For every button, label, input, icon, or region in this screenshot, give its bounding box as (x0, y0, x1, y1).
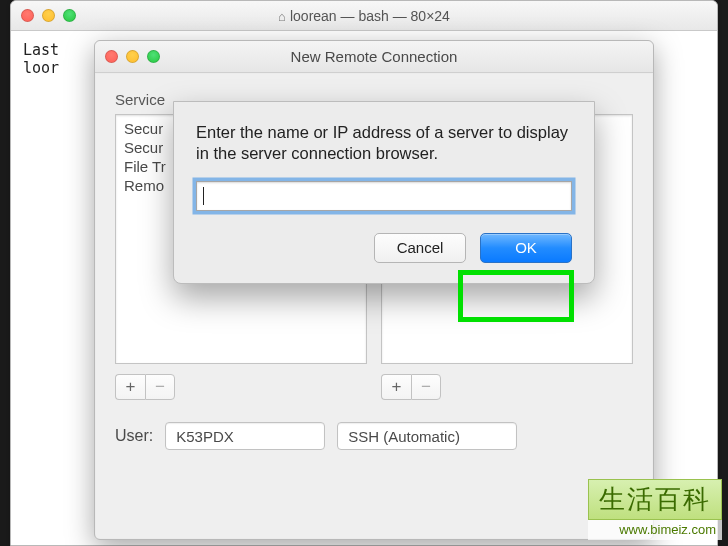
server-address-input[interactable] (196, 181, 572, 211)
watermark-url: www.bimeiz.com (588, 520, 722, 540)
terminal-titlebar: ⌂loorean — bash — 80×24 (11, 1, 717, 31)
nrc-titlebar: New Remote Connection (95, 41, 653, 73)
terminal-title-text: loorean — bash — 80×24 (290, 8, 450, 24)
cancel-button[interactable]: Cancel (374, 233, 466, 263)
prompt-buttons: Cancel OK (196, 233, 572, 263)
prompt-message: Enter the name or IP address of a server… (196, 122, 572, 165)
terminal-line-2: loor (23, 59, 59, 77)
new-remote-connection-window: New Remote Connection Service Secur Secu… (94, 40, 654, 540)
watermark: 生活百科 www.bimeiz.com (588, 479, 722, 540)
home-icon: ⌂ (278, 9, 286, 24)
text-caret-icon (203, 187, 204, 205)
ok-button[interactable]: OK (480, 233, 572, 263)
server-prompt-sheet: Enter the name or IP address of a server… (173, 101, 595, 284)
nrc-title: New Remote Connection (95, 48, 653, 65)
terminal-line-1: Last (23, 41, 59, 59)
watermark-brand: 生活百科 (588, 479, 722, 520)
terminal-title: ⌂loorean — bash — 80×24 (11, 8, 717, 24)
